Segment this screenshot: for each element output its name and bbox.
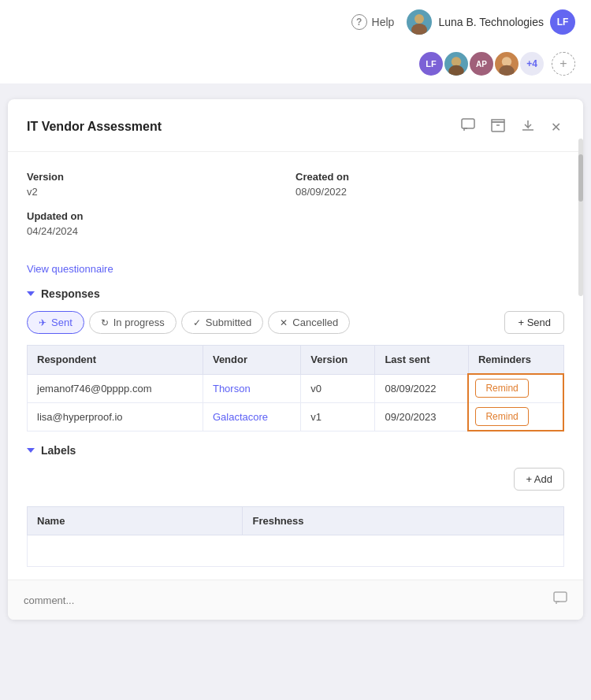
cell-reminders: Remind [468, 374, 563, 402]
download-icon[interactable] [518, 115, 538, 139]
svg-point-3 [448, 65, 463, 77]
help-button[interactable]: ? Help [351, 14, 395, 30]
col-respondent: Respondent [28, 346, 203, 375]
tab-sent-label: Sent [51, 317, 72, 328]
labels-header-row: Name Freshness [28, 507, 564, 535]
view-questionnaire-anchor[interactable]: View questionnaire [27, 263, 113, 275]
comment-input[interactable] [24, 594, 553, 606]
created-meta: Created on 08/09/2022 [296, 171, 564, 198]
user-initials-badge: LF [550, 9, 575, 35]
top-bar: ? Help Luna B. Technologies LF [0, 0, 591, 44]
avatar [407, 9, 432, 35]
cell-vendor: Galactacore [203, 402, 300, 431]
tab-submitted-label: Submitted [206, 317, 252, 328]
table-row: jemanof746@0pppp.com Thorson v0 08/09/20… [28, 374, 564, 402]
tab-submitted[interactable]: ✓ Submitted [181, 311, 264, 334]
panel-actions: ✕ [458, 115, 564, 139]
labels-col-name: Name [28, 507, 243, 535]
labels-empty-row [28, 535, 564, 567]
vendor-link[interactable]: Galactacore [213, 411, 268, 423]
updated-label: Updated on [27, 210, 296, 222]
svg-rect-11 [554, 592, 567, 602]
panel-title: IT Vendor Assessment [27, 120, 162, 134]
cell-vendor: Thorson [203, 374, 300, 402]
col-vendor: Vendor [203, 346, 300, 375]
responses-chevron [27, 291, 35, 296]
svg-point-4 [502, 57, 511, 66]
collab-add-button[interactable]: + [552, 52, 575, 76]
responses-section: Responses ✈ Sent ↻ In progress ✓ Submitt… [8, 287, 583, 444]
meta-section: Version v2 Created on 08/09/2022 Updated… [8, 152, 583, 256]
chat-icon[interactable] [458, 115, 478, 139]
collab-avatar-ap[interactable]: AP [468, 50, 495, 77]
updated-value: 04/24/2024 [27, 225, 296, 237]
scroll-thumb[interactable] [578, 154, 583, 202]
collab-avatar-2[interactable] [443, 50, 470, 77]
tab-inprogress-label: In progress [113, 317, 165, 328]
created-value: 08/09/2022 [296, 186, 564, 198]
updated-meta: Updated on 04/24/2024 [27, 210, 296, 237]
panel-header: IT Vendor Assessment [8, 99, 583, 152]
cancelled-icon: ✕ [280, 317, 288, 328]
tab-cancelled[interactable]: ✕ Cancelled [268, 311, 350, 334]
responses-label: Responses [41, 287, 100, 300]
table-header-row: Respondent Vendor Version Last sent Remi… [28, 346, 564, 375]
cell-respondent: lisa@hyperproof.io [28, 402, 203, 431]
labels-section: Labels + Add Name Freshness [8, 444, 583, 580]
add-label-button[interactable]: + Add [514, 468, 564, 491]
user-info[interactable]: Luna B. Technologies LF [407, 9, 575, 35]
svg-point-0 [414, 14, 424, 24]
scroll-track[interactable] [578, 139, 583, 296]
cell-respondent: jemanof746@0pppp.com [28, 374, 203, 402]
help-label: Help [372, 16, 395, 28]
labels-chevron [27, 448, 35, 453]
comment-bar [8, 580, 583, 620]
archive-icon[interactable] [488, 115, 508, 139]
cell-version: v0 [301, 374, 375, 402]
tab-sent[interactable]: ✈ Sent [27, 311, 84, 334]
labels-col-freshness: Freshness [243, 507, 564, 535]
view-questionnaire-link[interactable]: View questionnaire [8, 256, 583, 287]
svg-point-1 [411, 24, 427, 35]
help-icon: ? [351, 14, 367, 30]
collab-avatar-lf[interactable]: LF [418, 50, 444, 77]
version-meta: Version v2 [27, 171, 296, 198]
tab-inprogress[interactable]: ↻ In progress [89, 311, 177, 334]
labels-table: Name Freshness [27, 506, 564, 567]
inprogress-icon: ↻ [101, 317, 109, 328]
sent-icon: ✈ [39, 317, 46, 328]
cell-last-sent: 08/09/2022 [375, 374, 468, 402]
collab-avatar-4[interactable] [493, 50, 520, 77]
remind-button[interactable]: Remind [475, 379, 528, 398]
close-icon[interactable]: ✕ [548, 117, 564, 138]
main-panel: IT Vendor Assessment [8, 99, 583, 620]
svg-rect-6 [462, 119, 474, 128]
cell-reminders: Remind [468, 402, 563, 431]
send-button[interactable]: + Send [504, 311, 564, 334]
svg-rect-7 [492, 122, 504, 131]
collab-extra-count[interactable]: +4 [519, 50, 545, 77]
labels-label: Labels [41, 444, 76, 457]
table-row: lisa@hyperproof.io Galactacore v1 09/20/… [28, 402, 564, 431]
response-tab-bar: ✈ Sent ↻ In progress ✓ Submitted ✕ Cance… [27, 311, 564, 334]
user-name-label: Luna B. Technologies [438, 16, 544, 28]
cell-last-sent: 09/20/2023 [375, 402, 468, 431]
vendor-link[interactable]: Thorson [213, 383, 251, 394]
col-version: Version [301, 346, 375, 375]
comment-send-icon[interactable] [553, 591, 567, 609]
remind-button[interactable]: Remind [475, 407, 528, 426]
submitted-icon: ✓ [193, 317, 201, 328]
created-label: Created on [296, 171, 564, 183]
labels-header[interactable]: Labels [27, 444, 564, 457]
version-label: Version [27, 171, 296, 183]
svg-rect-8 [492, 120, 504, 122]
version-value: v2 [27, 186, 296, 198]
svg-point-5 [499, 65, 514, 77]
collaborators-bar: LF AP +4 + [0, 44, 591, 83]
col-last-sent: Last sent [375, 346, 468, 375]
tab-cancelled-label: Cancelled [292, 317, 338, 328]
responses-header[interactable]: Responses [27, 287, 564, 300]
cell-version: v1 [301, 402, 375, 431]
responses-table: Respondent Vendor Version Last sent Remi… [27, 345, 564, 431]
svg-point-2 [452, 57, 461, 66]
